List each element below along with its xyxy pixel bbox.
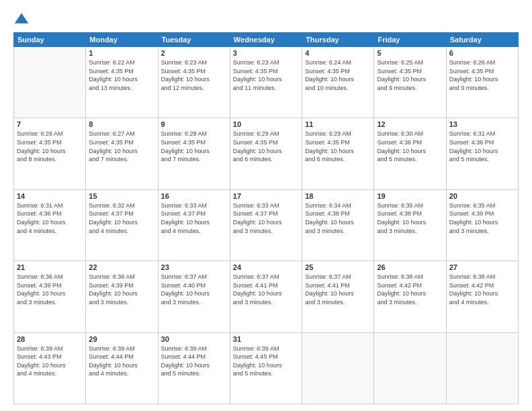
- day-number: 25: [305, 263, 371, 271]
- day-number: 5: [377, 49, 443, 57]
- calendar-header-row: SundayMondayTuesdayWednesdayThursdayFrid…: [14, 33, 519, 47]
- calendar-cell: 12Sunrise: 6:30 AM Sunset: 4:36 PM Dayli…: [374, 118, 446, 189]
- calendar-cell: 24Sunrise: 6:37 AM Sunset: 4:41 PM Dayli…: [230, 261, 302, 332]
- day-number: 24: [233, 263, 299, 271]
- day-number: 20: [449, 192, 515, 200]
- day-number: 11: [305, 120, 371, 128]
- day-info: Sunrise: 6:36 AM Sunset: 4:39 PM Dayligh…: [17, 273, 83, 306]
- calendar-cell: 23Sunrise: 6:37 AM Sunset: 4:40 PM Dayli…: [158, 261, 230, 332]
- calendar-header-saturday: Saturday: [446, 33, 518, 47]
- day-number: 23: [161, 263, 227, 271]
- calendar-cell: 6Sunrise: 6:26 AM Sunset: 4:35 PM Daylig…: [446, 47, 518, 118]
- calendar-cell: 17Sunrise: 6:33 AM Sunset: 4:37 PM Dayli…: [230, 189, 302, 261]
- calendar-cell: 18Sunrise: 6:34 AM Sunset: 4:38 PM Dayli…: [302, 189, 374, 261]
- calendar-row-0: 1Sunrise: 6:22 AM Sunset: 4:35 PM Daylig…: [14, 47, 519, 118]
- logo: [13, 11, 32, 27]
- day-number: 19: [377, 192, 443, 200]
- calendar-cell: 8Sunrise: 6:27 AM Sunset: 4:35 PM Daylig…: [86, 118, 158, 189]
- calendar-cell: 21Sunrise: 6:36 AM Sunset: 4:39 PM Dayli…: [14, 261, 86, 332]
- calendar-cell: 14Sunrise: 6:31 AM Sunset: 4:36 PM Dayli…: [14, 189, 86, 261]
- calendar-cell: 1Sunrise: 6:22 AM Sunset: 4:35 PM Daylig…: [86, 47, 158, 118]
- calendar-table: SundayMondayTuesdayWednesdayThursdayFrid…: [13, 32, 519, 404]
- calendar-cell: 26Sunrise: 6:38 AM Sunset: 4:42 PM Dayli…: [374, 261, 446, 332]
- day-number: 3: [233, 49, 299, 57]
- day-info: Sunrise: 6:29 AM Sunset: 4:35 PM Dayligh…: [233, 130, 299, 163]
- day-info: Sunrise: 6:29 AM Sunset: 4:35 PM Dayligh…: [305, 130, 371, 163]
- day-number: 8: [89, 120, 154, 128]
- day-info: Sunrise: 6:33 AM Sunset: 4:37 PM Dayligh…: [161, 201, 227, 235]
- day-info: Sunrise: 6:28 AM Sunset: 4:35 PM Dayligh…: [161, 130, 227, 163]
- day-number: 26: [377, 263, 443, 271]
- calendar-cell: 2Sunrise: 6:23 AM Sunset: 4:35 PM Daylig…: [158, 47, 230, 118]
- calendar-row-4: 28Sunrise: 6:39 AM Sunset: 4:43 PM Dayli…: [14, 332, 519, 404]
- calendar-cell: 27Sunrise: 6:38 AM Sunset: 4:42 PM Dayli…: [446, 261, 518, 332]
- calendar-header-tuesday: Tuesday: [158, 33, 230, 47]
- day-number: 16: [161, 192, 227, 200]
- day-number: 31: [233, 335, 299, 343]
- calendar-header-monday: Monday: [86, 33, 158, 47]
- day-number: 4: [305, 49, 371, 57]
- calendar-cell: 20Sunrise: 6:35 AM Sunset: 4:39 PM Dayli…: [446, 189, 518, 261]
- day-number: 18: [305, 192, 371, 200]
- calendar-cell: [302, 332, 374, 404]
- day-info: Sunrise: 6:33 AM Sunset: 4:37 PM Dayligh…: [233, 201, 299, 235]
- day-info: Sunrise: 6:35 AM Sunset: 4:38 PM Dayligh…: [377, 201, 443, 235]
- calendar-cell: 25Sunrise: 6:37 AM Sunset: 4:41 PM Dayli…: [302, 261, 374, 332]
- day-info: Sunrise: 6:34 AM Sunset: 4:38 PM Dayligh…: [305, 201, 371, 235]
- calendar-cell: 7Sunrise: 6:26 AM Sunset: 4:35 PM Daylig…: [14, 118, 86, 189]
- calendar-header-friday: Friday: [374, 33, 446, 47]
- calendar-cell: 30Sunrise: 6:39 AM Sunset: 4:44 PM Dayli…: [158, 332, 230, 404]
- day-number: 1: [89, 49, 154, 57]
- calendar-row-3: 21Sunrise: 6:36 AM Sunset: 4:39 PM Dayli…: [14, 261, 519, 332]
- page: SundayMondayTuesdayWednesdayThursdayFrid…: [0, 0, 532, 411]
- day-number: 28: [17, 335, 83, 343]
- day-info: Sunrise: 6:37 AM Sunset: 4:41 PM Dayligh…: [305, 273, 371, 306]
- calendar-cell: 16Sunrise: 6:33 AM Sunset: 4:37 PM Dayli…: [158, 189, 230, 261]
- calendar-row-2: 14Sunrise: 6:31 AM Sunset: 4:36 PM Dayli…: [14, 189, 519, 261]
- calendar-header-thursday: Thursday: [302, 33, 374, 47]
- day-info: Sunrise: 6:37 AM Sunset: 4:41 PM Dayligh…: [233, 273, 299, 306]
- calendar-cell: 28Sunrise: 6:39 AM Sunset: 4:43 PM Dayli…: [14, 332, 86, 404]
- day-info: Sunrise: 6:32 AM Sunset: 4:37 PM Dayligh…: [89, 201, 154, 235]
- day-info: Sunrise: 6:26 AM Sunset: 4:35 PM Dayligh…: [449, 58, 515, 92]
- day-number: 30: [161, 335, 227, 343]
- day-number: 27: [449, 263, 515, 271]
- day-info: Sunrise: 6:31 AM Sunset: 4:36 PM Dayligh…: [449, 130, 515, 163]
- day-info: Sunrise: 6:39 AM Sunset: 4:45 PM Dayligh…: [233, 345, 299, 378]
- day-number: 17: [233, 192, 299, 200]
- calendar-cell: 5Sunrise: 6:25 AM Sunset: 4:35 PM Daylig…: [374, 47, 446, 118]
- day-number: 29: [89, 335, 154, 343]
- day-info: Sunrise: 6:39 AM Sunset: 4:44 PM Dayligh…: [89, 345, 154, 378]
- day-info: Sunrise: 6:38 AM Sunset: 4:42 PM Dayligh…: [377, 273, 443, 306]
- calendar-cell: [446, 332, 518, 404]
- header: [13, 11, 519, 27]
- day-number: 6: [449, 49, 515, 57]
- calendar-row-1: 7Sunrise: 6:26 AM Sunset: 4:35 PM Daylig…: [14, 118, 519, 189]
- day-number: 22: [89, 263, 154, 271]
- day-number: 12: [377, 120, 443, 128]
- calendar-cell: 31Sunrise: 6:39 AM Sunset: 4:45 PM Dayli…: [230, 332, 302, 404]
- day-info: Sunrise: 6:23 AM Sunset: 4:35 PM Dayligh…: [161, 58, 227, 92]
- day-number: 21: [17, 263, 83, 271]
- calendar-header-sunday: Sunday: [14, 33, 86, 47]
- calendar-header-wednesday: Wednesday: [230, 33, 302, 47]
- logo-icon: [13, 11, 30, 27]
- day-info: Sunrise: 6:27 AM Sunset: 4:35 PM Dayligh…: [89, 130, 154, 163]
- calendar-cell: 3Sunrise: 6:23 AM Sunset: 4:35 PM Daylig…: [230, 47, 302, 118]
- calendar-cell: 15Sunrise: 6:32 AM Sunset: 4:37 PM Dayli…: [86, 189, 158, 261]
- calendar-cell: 10Sunrise: 6:29 AM Sunset: 4:35 PM Dayli…: [230, 118, 302, 189]
- calendar-cell: 13Sunrise: 6:31 AM Sunset: 4:36 PM Dayli…: [446, 118, 518, 189]
- calendar-cell: [374, 332, 446, 404]
- day-number: 15: [89, 192, 154, 200]
- calendar-cell: 19Sunrise: 6:35 AM Sunset: 4:38 PM Dayli…: [374, 189, 446, 261]
- day-info: Sunrise: 6:39 AM Sunset: 4:44 PM Dayligh…: [161, 345, 227, 378]
- calendar-cell: 29Sunrise: 6:39 AM Sunset: 4:44 PM Dayli…: [86, 332, 158, 404]
- day-info: Sunrise: 6:36 AM Sunset: 4:39 PM Dayligh…: [89, 273, 154, 306]
- day-info: Sunrise: 6:25 AM Sunset: 4:35 PM Dayligh…: [377, 58, 443, 92]
- day-number: 14: [17, 192, 83, 200]
- calendar-cell: 9Sunrise: 6:28 AM Sunset: 4:35 PM Daylig…: [158, 118, 230, 189]
- day-number: 2: [161, 49, 227, 57]
- day-number: 9: [161, 120, 227, 128]
- day-info: Sunrise: 6:35 AM Sunset: 4:39 PM Dayligh…: [449, 201, 515, 235]
- day-number: 10: [233, 120, 299, 128]
